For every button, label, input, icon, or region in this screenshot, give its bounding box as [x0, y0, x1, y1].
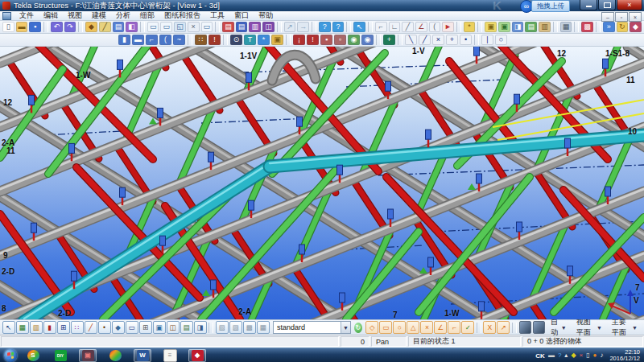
select-welds-icon[interactable]: ◆ [112, 321, 125, 334]
view-window-4-icon[interactable]: ▭ [201, 22, 213, 32]
menu-item-文件[interactable]: 文件 [14, 11, 39, 19]
snap-point-icon[interactable]: △ [407, 321, 419, 334]
fly-mode-icon[interactable]: ↗ [284, 22, 296, 32]
menu-item-图纸和报告[interactable]: 图纸和报告 [159, 11, 205, 19]
refresh-gold-icon[interactable]: ↻ [617, 22, 629, 32]
select-phases-icon[interactable]: ▤ [180, 321, 193, 334]
taskbar-photos-button[interactable]: ▣ [79, 349, 97, 362]
fit-part-end-icon[interactable]: + [383, 35, 395, 45]
stud-a-icon[interactable]: ¡ [293, 35, 305, 45]
menu-item-窗口[interactable]: 窗口 [229, 11, 254, 19]
flag-marker-icon[interactable]: ► [442, 22, 454, 32]
select-plane-icon[interactable]: ◨ [194, 321, 207, 334]
undo-icon[interactable]: ↶ [51, 22, 63, 32]
child-close-button[interactable]: × [629, 12, 642, 22]
box-blue-icon[interactable]: ◨ [512, 22, 524, 32]
pen-tool-icon[interactable]: ╱ [99, 22, 111, 32]
snap-nearest-icon[interactable]: ○ [393, 321, 406, 334]
snap-geometry-icon[interactable]: ▭ [379, 321, 392, 334]
measure-arc-icon[interactable]: ( [429, 22, 441, 32]
work-plane-button-2[interactable] [533, 321, 545, 334]
sparkle-tool-icon[interactable]: * [258, 35, 270, 45]
fast-forward-icon[interactable]: » [603, 22, 615, 32]
hammer-tool-icon[interactable]: T [244, 35, 256, 45]
create-column-icon[interactable]: ▮ [118, 35, 130, 45]
copy-box-icon[interactable]: ▣ [485, 22, 497, 32]
new-file-icon[interactable]: ▯ [2, 22, 14, 32]
open-folder-icon[interactable]: ▬ [16, 22, 28, 32]
create-bolts-icon[interactable]: ∷ [195, 35, 207, 45]
view-window-2-icon[interactable]: ▭ [160, 22, 172, 32]
taskbar-pinwheel-button[interactable] [106, 349, 124, 362]
select-parts-icon[interactable]: ▮ [43, 321, 56, 334]
gear-green-icon[interactable]: ◉ [348, 35, 360, 45]
report-blue-icon[interactable]: ▤ [236, 22, 248, 32]
tray-keyboard-icon[interactable]: ▬ [548, 352, 555, 360]
view-window-1-icon[interactable]: ▭ [147, 22, 159, 32]
help-icon[interactable]: ? [319, 22, 331, 32]
menu-item-帮助[interactable]: 帮助 [254, 11, 278, 19]
redo-icon[interactable]: ↷ [64, 22, 76, 32]
create-single-bolt-icon[interactable]: ! [208, 35, 221, 45]
menu-item-建模[interactable]: 建模 [87, 11, 111, 19]
refresh-sphere-icon[interactable]: ↻ [354, 323, 362, 333]
snap-intersection-icon[interactable]: × [420, 321, 433, 334]
select-points-icon[interactable]: ∷ [71, 321, 84, 334]
snap-depth-dropdown[interactable]: 自动▼ [546, 317, 572, 338]
create-beam-icon[interactable]: ▬ [132, 35, 144, 45]
weld-a-icon[interactable]: ▪ [320, 35, 332, 45]
tray-network-icon[interactable]: ● [593, 352, 597, 360]
walk-mode-icon[interactable]: → [297, 22, 309, 32]
snap-ortho-icon[interactable]: X [483, 321, 496, 334]
select-objects-icon[interactable]: ▭ [126, 321, 138, 334]
create-twin-beam-icon[interactable]: ~ [173, 35, 185, 45]
point-on-line-icon[interactable]: ╲ [405, 35, 417, 45]
taskbar-notepad-button[interactable]: ≡ [161, 349, 179, 362]
point-intersection-icon[interactable]: × [432, 35, 444, 45]
snap-arrow-icon[interactable]: ↗ [497, 321, 510, 334]
menu-item-视图[interactable]: 视图 [63, 11, 87, 19]
taskbar-diy-button[interactable]: DIY [52, 349, 69, 362]
select-grids-icon[interactable]: ⊞ [139, 321, 152, 334]
measure-distance-icon[interactable]: ╱ [402, 22, 414, 32]
point-parallel-icon[interactable]: ╱ [419, 35, 431, 45]
select-views-icon[interactable]: ▣ [153, 321, 166, 334]
point-circle-icon[interactable]: ○ [495, 35, 507, 45]
point-tool-icon[interactable]: ◆ [85, 22, 97, 32]
measure-angle-icon[interactable]: ∠ [415, 22, 427, 32]
cut-icon[interactable]: × [188, 22, 200, 32]
screenshot-icon[interactable]: ▩ [581, 22, 593, 32]
menu-item-工具[interactable]: 工具 [205, 11, 229, 19]
red-tool-icon[interactable]: ◆ [630, 22, 642, 32]
select-bolts-icon[interactable]: • [98, 321, 111, 334]
catalog-icon[interactable]: ◫ [262, 22, 275, 32]
wizard-icon[interactable]: * [464, 22, 476, 32]
menu-item-分析[interactable]: 分析 [111, 11, 135, 19]
select-extra-b-icon[interactable]: ▨ [229, 321, 242, 334]
ime-indicator[interactable]: CK [535, 352, 545, 360]
tray-security-icon[interactable]: ◆ [571, 352, 576, 360]
gear-blue-icon[interactable]: ◉ [361, 35, 374, 45]
create-curved-beam-icon[interactable]: ( [159, 35, 171, 45]
select-lines-icon[interactable]: ╱ [85, 321, 97, 334]
taskbar-360-button[interactable]: S [24, 349, 42, 362]
save-file-icon[interactable]: ▪ [29, 22, 41, 32]
snap-perpendicular-icon[interactable]: ∠ [434, 321, 447, 334]
work-plane-button-1[interactable] [519, 321, 531, 334]
measure-vertical-icon[interactable]: ∟ [389, 22, 401, 32]
inquire-object-icon[interactable]: ⊙ [230, 35, 242, 45]
start-button[interactable] [4, 349, 17, 362]
measure-horizontal-icon[interactable]: ⌐ [375, 22, 387, 32]
clip-green-icon[interactable]: ▤ [525, 22, 537, 32]
minimize-button[interactable] [580, 0, 597, 10]
point-projection-icon[interactable]: + [446, 35, 458, 45]
component-box-icon[interactable]: ▣ [271, 35, 283, 45]
whats-this-icon[interactable]: ↖ [353, 22, 365, 32]
tray-hidden-icons-icon[interactable]: ▴ [564, 352, 568, 360]
slide-icon[interactable]: ▦ [560, 22, 572, 32]
select-pointer-icon[interactable]: ↖ [2, 321, 15, 334]
properties-pages-icon[interactable]: ▤ [113, 22, 125, 32]
maximize-button[interactable] [598, 0, 616, 10]
taskbar-word-button[interactable]: W [134, 349, 151, 362]
tray-error-icon[interactable]: × [580, 352, 584, 360]
